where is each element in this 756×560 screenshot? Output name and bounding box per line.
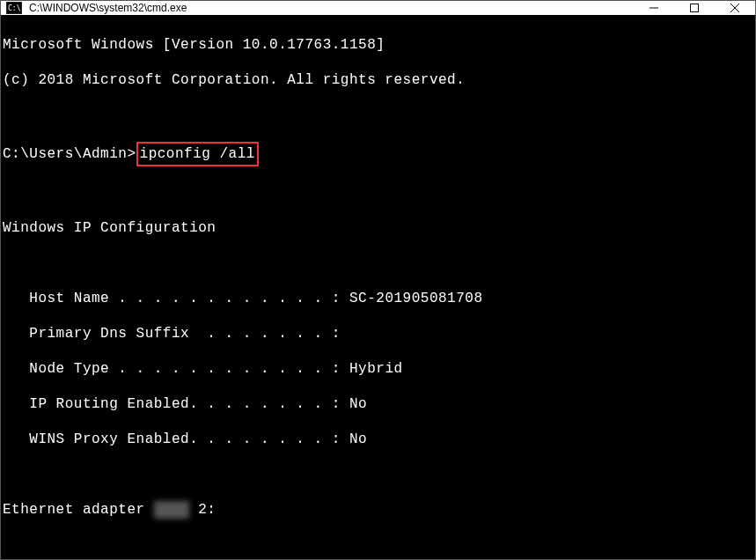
close-button[interactable]	[715, 1, 755, 15]
cmd-icon: C:\	[6, 1, 22, 15]
svg-text:C:\: C:\	[8, 4, 21, 12]
titlebar[interactable]: C:\ C:\WINDOWS\system32\cmd.exe	[1, 1, 755, 15]
section-winip: Windows IP Configuration	[3, 219, 753, 237]
node-type-row: Node Type . . . . . . . . . . . . : Hybr…	[3, 360, 753, 378]
wins-proxy-row: WINS Proxy Enabled. . . . . . . . : No	[3, 431, 753, 448]
prompt-prefix: C:\Users\Admin>	[3, 146, 136, 162]
wins-proxy-value: No	[349, 431, 367, 447]
banner-line1: Microsoft Windows [Version 10.0.17763.11…	[3, 36, 753, 54]
cmd-window: C:\ C:\WINDOWS\system32\cmd.exe Microsof…	[0, 0, 756, 560]
prompt-line: C:\Users\Admin>ipconfig /all	[3, 142, 753, 166]
ip-routing-value: No	[349, 396, 367, 412]
svg-rect-3	[691, 4, 699, 12]
minimize-button[interactable]	[634, 1, 674, 15]
ip-routing-row: IP Routing Enabled. . . . . . . . : No	[3, 395, 753, 413]
host-name-value: SC-201905081708	[349, 291, 483, 306]
maximize-button[interactable]	[674, 1, 715, 15]
command-highlight: ipconfig /all	[136, 142, 259, 166]
console-area[interactable]: Microsoft Windows [Version 10.0.17763.11…	[1, 15, 755, 559]
window-controls	[634, 1, 755, 15]
window-title: C:\WINDOWS\system32\cmd.exe	[29, 2, 187, 14]
host-name-row: Host Name . . . . . . . . . . . . : SC-2…	[3, 290, 753, 307]
banner-line2: (c) 2018 Microsoft Corporation. All righ…	[3, 71, 753, 89]
node-type-value: Hybrid	[349, 361, 403, 377]
primary-dns-row: Primary Dns Suffix . . . . . . . :	[3, 325, 753, 343]
adapter-name-hidden: XXXX	[154, 501, 189, 519]
section-adapter: Ethernet adapter XXXX 2:	[3, 501, 753, 519]
